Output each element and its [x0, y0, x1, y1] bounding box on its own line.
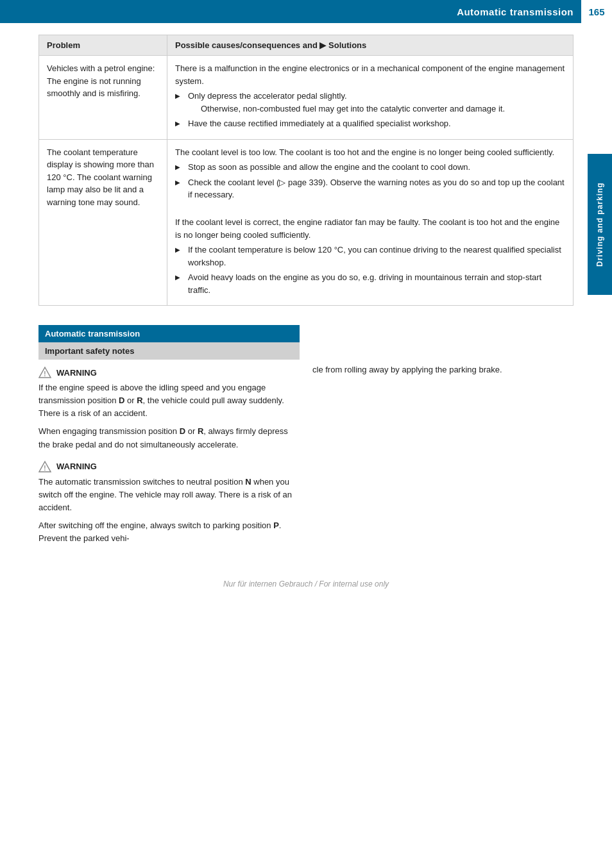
- page-number: 165: [581, 0, 612, 23]
- footer: Nur für internen Gebrauch / For internal…: [38, 580, 574, 595]
- list-item: Only depress the accelerator pedal sligh…: [175, 90, 565, 115]
- right-continuation-text: cle from rolling away by applying the pa…: [312, 363, 574, 376]
- svg-text:!: !: [44, 371, 46, 378]
- warning-block-2: ! WARNING The automatic transmission swi…: [38, 460, 300, 546]
- list-item: Avoid heavy loads on the engine as you d…: [175, 271, 565, 296]
- header-title: Automatic transmission: [457, 6, 574, 17]
- causes-text-2b: If the coolant level is correct, the eng…: [175, 216, 565, 241]
- top-header: Automatic transmission: [0, 0, 612, 23]
- table-row: Vehicles with a petrol engine: The engin…: [39, 56, 574, 140]
- list-item: If the coolant temperature is below 120 …: [175, 244, 565, 269]
- col2-header: Possible causes/consequences and ▶ Solut…: [167, 35, 574, 56]
- bullet-list-2a: Stop as soon as possible and allow the e…: [175, 161, 565, 201]
- table-row: The coolant temperature display is showi…: [39, 139, 574, 306]
- warning-icon-2: !: [38, 460, 51, 473]
- list-item: Have the cause rectified immediately at …: [175, 117, 565, 130]
- warning-text-2b: After switching off the engine, always s…: [38, 519, 300, 545]
- svg-text:!: !: [44, 465, 46, 472]
- bullet-list-2b: If the coolant temperature is below 120 …: [175, 244, 565, 296]
- problem-cell-2: The coolant temperature display is showi…: [39, 139, 167, 306]
- section-title: Automatic transmission: [38, 325, 300, 342]
- warning-title-2: ! WARNING: [38, 460, 300, 473]
- lower-right: cle from rolling away by applying the pa…: [312, 325, 574, 554]
- problem-cell-1: Vehicles with a petrol engine: The engin…: [39, 56, 167, 140]
- warning-block-1: ! WARNING If the engine speed is above t…: [38, 366, 300, 451]
- causes-cell-1: There is a malfunction in the engine ele…: [167, 56, 574, 140]
- warning-text-1a: If the engine speed is above the idling …: [38, 381, 300, 420]
- side-tab: Driving and parking: [588, 154, 612, 295]
- warning-icon-1: !: [38, 366, 51, 379]
- bullet-list-1: Only depress the accelerator pedal sligh…: [175, 90, 565, 130]
- problem-table: Problem Possible causes/consequences and…: [38, 35, 574, 306]
- causes-cell-2: The coolant level is too low. The coolan…: [167, 139, 574, 306]
- causes-text-1: There is a malfunction in the engine ele…: [175, 62, 565, 87]
- side-tab-label: Driving and parking: [595, 182, 604, 267]
- main-content: Problem Possible causes/consequences and…: [0, 23, 612, 606]
- list-item: Check the coolant level (▷ page 339). Ob…: [175, 176, 565, 201]
- warning-title-1: ! WARNING: [38, 366, 300, 379]
- col1-header: Problem: [39, 35, 167, 56]
- warning-text-2a: The automatic transmission switches to n…: [38, 476, 300, 514]
- warning-label-1: WARNING: [56, 368, 97, 378]
- lower-section: Automatic transmission Important safety …: [38, 325, 574, 554]
- lower-left: Automatic transmission Important safety …: [38, 325, 300, 554]
- warning-label-2: WARNING: [56, 462, 97, 471]
- warning-text-1b: When engaging transmission position D or…: [38, 425, 300, 451]
- list-item: Stop as soon as possible and allow the e…: [175, 161, 565, 174]
- causes-text-2a: The coolant level is too low. The coolan…: [175, 146, 565, 159]
- subsection-title: Important safety notes: [38, 342, 300, 360]
